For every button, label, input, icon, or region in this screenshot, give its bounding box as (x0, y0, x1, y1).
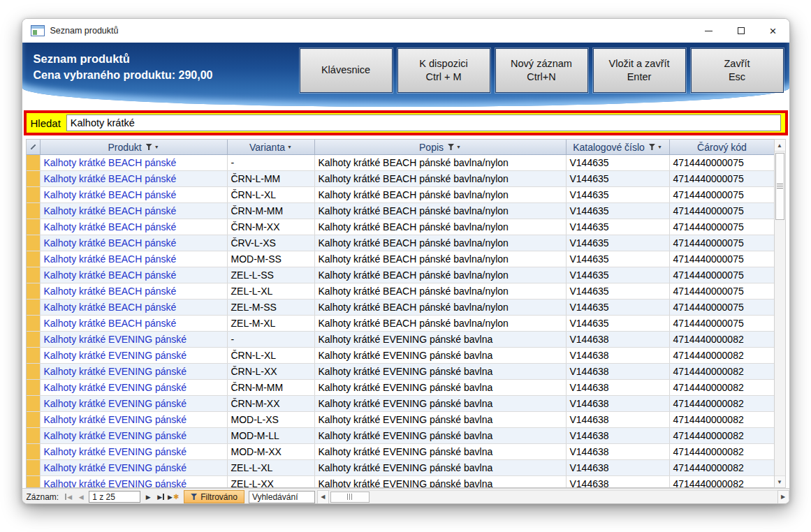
row-selector[interactable] (27, 155, 41, 170)
minimize-button[interactable] (693, 19, 725, 43)
cell-varianta[interactable]: ČRN-L-XL (228, 348, 315, 363)
cell-katalogove-cislo[interactable]: V144635 (567, 300, 670, 315)
close-form-button[interactable]: ZavřítEsc (691, 48, 784, 93)
vertical-scroll-thumb[interactable] (775, 153, 784, 220)
maximize-button[interactable] (725, 19, 757, 43)
cell-produkt[interactable]: Kalhoty krátké BEACH pánské (41, 203, 228, 219)
cell-carovy-kod[interactable]: 4714440000075 (670, 251, 774, 267)
cell-carovy-kod[interactable]: 4714440000082 (670, 476, 774, 487)
cell-produkt[interactable]: Kalhoty krátké BEACH pánské (41, 251, 228, 267)
cell-popis[interactable]: Kalhoty krátké BEACH pánské bavlna/nylon (315, 316, 567, 331)
cell-varianta[interactable]: ZEL-M-SS (228, 300, 315, 315)
cell-katalogove-cislo[interactable]: V144638 (567, 364, 670, 379)
scroll-up-icon[interactable]: ▲ (775, 140, 785, 152)
row-selector[interactable] (27, 380, 41, 395)
cell-carovy-kod[interactable]: 4714440000082 (670, 460, 774, 475)
cell-popis[interactable]: Kalhoty krátké EVENING pánské bavlna (315, 396, 567, 411)
cell-produkt[interactable]: Kalhoty krátké EVENING pánské (41, 444, 228, 459)
cell-popis[interactable]: Kalhoty krátké EVENING pánské bavlna (315, 428, 567, 443)
cell-varianta[interactable]: MOD-L-XS (228, 412, 315, 427)
cell-produkt[interactable]: Kalhoty krátké BEACH pánské (41, 283, 228, 299)
cell-carovy-kod[interactable]: 4714440000075 (670, 267, 774, 283)
horizontal-scrollbar[interactable]: ◀ ▶ (317, 490, 789, 504)
new-record-button[interactable]: Nový záznamCtrl+N (495, 48, 588, 93)
filter-funnel-icon[interactable] (649, 144, 655, 150)
first-record-button[interactable]: ◀ (62, 491, 75, 503)
scroll-left-icon[interactable]: ◀ (317, 490, 329, 504)
cell-varianta[interactable]: MOD-M-LL (228, 428, 315, 443)
close-button[interactable]: × (757, 19, 789, 43)
filter-arrow-icon[interactable]: ▼ (456, 145, 461, 149)
cell-produkt[interactable]: Kalhoty krátké BEACH pánské (41, 171, 228, 186)
cell-carovy-kod[interactable]: 4714440000082 (670, 412, 774, 427)
cell-carovy-kod[interactable]: 4714440000075 (670, 203, 774, 219)
row-selector[interactable] (27, 444, 41, 459)
filter-arrow-icon[interactable]: ▼ (657, 145, 662, 149)
cell-carovy-kod[interactable]: 4714440000075 (670, 283, 774, 299)
keyboard-button[interactable]: Klávesnice (300, 48, 393, 93)
cell-varianta[interactable]: ZEL-M-XL (228, 316, 315, 331)
cell-carovy-kod[interactable]: 4714440000075 (670, 187, 774, 202)
available-button[interactable]: K dispoziciCtrl + M (397, 48, 490, 93)
cell-katalogove-cislo[interactable]: V144638 (567, 348, 670, 363)
cell-popis[interactable]: Kalhoty krátké BEACH pánské bavlna/nylon (315, 219, 567, 235)
row-selector[interactable] (27, 460, 41, 475)
horizontal-scroll-track[interactable] (329, 490, 777, 504)
cell-katalogove-cislo[interactable]: V144638 (567, 476, 670, 487)
cell-produkt[interactable]: Kalhoty krátké BEACH pánské (41, 187, 228, 202)
filter-funnel-icon[interactable] (146, 144, 152, 150)
cell-katalogove-cislo[interactable]: V144635 (567, 171, 670, 186)
cell-popis[interactable]: Kalhoty krátké BEACH pánské bavlna/nylon (315, 283, 567, 299)
cell-produkt[interactable]: Kalhoty krátké EVENING pánské (41, 396, 228, 411)
cell-produkt[interactable]: Kalhoty krátké BEACH pánské (41, 219, 228, 235)
scroll-right-icon[interactable]: ▶ (777, 490, 789, 504)
vertical-scrollbar[interactable]: ▲ ▼ (774, 139, 786, 488)
scroll-down-icon[interactable]: ▼ (775, 475, 785, 487)
last-record-button[interactable]: ▶ (154, 491, 167, 503)
cell-varianta[interactable]: MOD-M-XX (228, 444, 315, 459)
row-selector[interactable] (27, 251, 41, 267)
cell-katalogove-cislo[interactable]: V144635 (567, 251, 670, 267)
cell-carovy-kod[interactable]: 4714440000082 (670, 332, 774, 347)
insert-and-close-button[interactable]: Vložit a zavřítEnter (593, 48, 686, 93)
next-record-button[interactable]: ▶ (142, 491, 154, 503)
cell-varianta[interactable]: ČRN-M-MM (228, 203, 315, 219)
cell-popis[interactable]: Kalhoty krátké EVENING pánské bavlna (315, 348, 567, 363)
cell-katalogove-cislo[interactable]: V144638 (567, 428, 670, 443)
cell-varianta[interactable]: ČRV-L-XS (228, 235, 315, 251)
search-input[interactable] (66, 114, 781, 131)
record-number[interactable]: 1 z 25 (89, 491, 140, 503)
column-header-ean[interactable]: Čárový kód (670, 140, 774, 154)
row-selector[interactable] (27, 428, 41, 443)
row-selector[interactable] (27, 203, 41, 219)
row-selector[interactable] (27, 283, 41, 299)
cell-carovy-kod[interactable]: 4714440000075 (670, 235, 774, 251)
cell-produkt[interactable]: Kalhoty krátké BEACH pánské (41, 155, 228, 170)
cell-katalogove-cislo[interactable]: V144638 (567, 380, 670, 395)
column-header-popis[interactable]: Popis▼ (315, 140, 567, 154)
column-header-katalog[interactable]: Katalogové číslo▼ (567, 140, 670, 154)
column-header-varianta[interactable]: Varianta▼ (228, 140, 315, 154)
cell-katalogove-cislo[interactable]: V144635 (567, 219, 670, 235)
filter-arrow-icon[interactable]: ▼ (154, 145, 159, 149)
cell-varianta[interactable]: ČRN-M-MM (228, 380, 315, 395)
cell-varianta[interactable]: ZEL-L-SS (228, 267, 315, 283)
row-selector[interactable] (27, 412, 41, 427)
cell-katalogove-cislo[interactable]: V144635 (567, 155, 670, 170)
cell-popis[interactable]: Kalhoty krátké EVENING pánské bavlna (315, 412, 567, 427)
cell-carovy-kod[interactable]: 4714440000082 (670, 428, 774, 443)
row-selector[interactable] (27, 267, 41, 283)
cell-produkt[interactable]: Kalhoty krátké BEACH pánské (41, 300, 228, 315)
cell-katalogove-cislo[interactable]: V144635 (567, 267, 670, 283)
cell-katalogove-cislo[interactable]: V144638 (567, 396, 670, 411)
cell-popis[interactable]: Kalhoty krátké BEACH pánské bavlna/nylon (315, 155, 567, 170)
cell-varianta[interactable]: ČRN-L-XX (228, 364, 315, 379)
row-selector[interactable] (27, 476, 41, 487)
filter-funnel-icon[interactable] (448, 144, 454, 150)
cell-produkt[interactable]: Kalhoty krátké EVENING pánské (41, 460, 228, 475)
cell-produkt[interactable]: Kalhoty krátké EVENING pánské (41, 364, 228, 379)
row-selector[interactable] (27, 187, 41, 202)
cell-varianta[interactable]: ČRN-M-XX (228, 396, 315, 411)
cell-produkt[interactable]: Kalhoty krátké EVENING pánské (41, 476, 228, 487)
row-selector[interactable] (27, 332, 41, 347)
